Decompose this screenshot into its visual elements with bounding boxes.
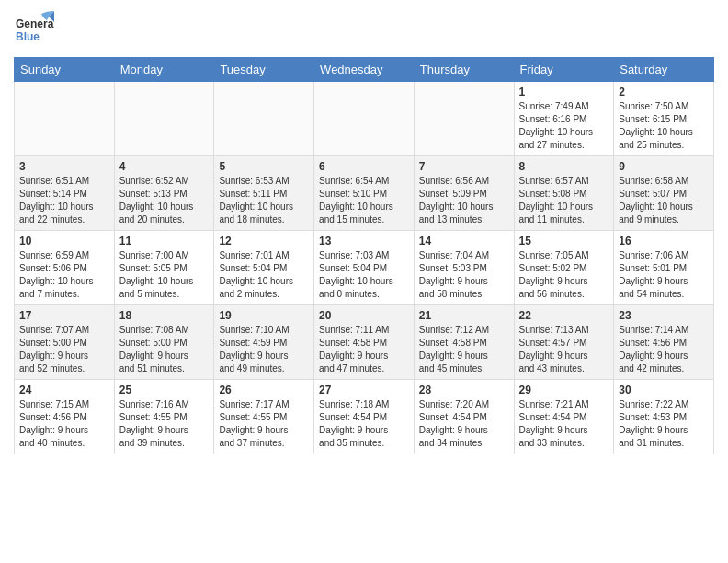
calendar-week-1: 1Sunrise: 7:49 AM Sunset: 6:16 PM Daylig… bbox=[15, 82, 714, 156]
day-number: 17 bbox=[19, 309, 109, 322]
calendar-week-2: 3Sunrise: 6:51 AM Sunset: 5:14 PM Daylig… bbox=[15, 156, 714, 231]
calendar-cell: 6Sunrise: 6:54 AM Sunset: 5:10 PM Daylig… bbox=[314, 156, 415, 231]
day-info: Sunrise: 6:56 AM Sunset: 5:09 PM Dayligh… bbox=[419, 175, 509, 226]
page: General Blue SundayMondayTuesdayWednesda… bbox=[0, 0, 728, 563]
calendar-cell: 23Sunrise: 7:14 AM Sunset: 4:56 PM Dayli… bbox=[614, 305, 714, 380]
day-info: Sunrise: 7:07 AM Sunset: 5:00 PM Dayligh… bbox=[19, 324, 109, 375]
day-info: Sunrise: 6:57 AM Sunset: 5:08 PM Dayligh… bbox=[519, 175, 609, 226]
calendar-cell: 2Sunrise: 7:50 AM Sunset: 6:15 PM Daylig… bbox=[614, 82, 714, 156]
day-number: 21 bbox=[419, 309, 509, 322]
day-number: 18 bbox=[119, 309, 210, 322]
day-number: 24 bbox=[19, 384, 109, 396]
day-info: Sunrise: 6:58 AM Sunset: 5:07 PM Dayligh… bbox=[619, 175, 709, 226]
calendar-cell: 27Sunrise: 7:18 AM Sunset: 4:54 PM Dayli… bbox=[314, 380, 415, 454]
day-info: Sunrise: 6:54 AM Sunset: 5:10 PM Dayligh… bbox=[319, 175, 409, 226]
day-info: Sunrise: 7:00 AM Sunset: 5:05 PM Dayligh… bbox=[119, 249, 210, 301]
day-number: 28 bbox=[419, 384, 509, 396]
calendar-cell: 30Sunrise: 7:22 AM Sunset: 4:53 PM Dayli… bbox=[614, 380, 714, 454]
calendar-cell: 1Sunrise: 7:49 AM Sunset: 6:16 PM Daylig… bbox=[514, 82, 614, 156]
day-info: Sunrise: 6:53 AM Sunset: 5:11 PM Dayligh… bbox=[219, 175, 309, 226]
calendar-header-sunday: Sunday bbox=[15, 58, 115, 82]
day-number: 20 bbox=[319, 309, 409, 322]
day-info: Sunrise: 7:04 AM Sunset: 5:03 PM Dayligh… bbox=[419, 249, 509, 301]
calendar-cell: 21Sunrise: 7:12 AM Sunset: 4:58 PM Dayli… bbox=[414, 305, 514, 380]
day-number: 11 bbox=[119, 235, 210, 247]
calendar-cell: 26Sunrise: 7:17 AM Sunset: 4:55 PM Dayli… bbox=[214, 380, 314, 454]
day-info: Sunrise: 7:05 AM Sunset: 5:02 PM Dayligh… bbox=[519, 249, 609, 301]
day-info: Sunrise: 7:11 AM Sunset: 4:58 PM Dayligh… bbox=[319, 324, 409, 375]
svg-text:Blue: Blue bbox=[16, 30, 40, 43]
logo: General Blue bbox=[14, 9, 54, 50]
calendar-cell: 19Sunrise: 7:10 AM Sunset: 4:59 PM Dayli… bbox=[214, 305, 314, 380]
calendar-cell: 22Sunrise: 7:13 AM Sunset: 4:57 PM Dayli… bbox=[514, 305, 614, 380]
day-number: 26 bbox=[219, 384, 309, 396]
calendar-cell: 9Sunrise: 6:58 AM Sunset: 5:07 PM Daylig… bbox=[614, 156, 714, 231]
calendar-cell: 12Sunrise: 7:01 AM Sunset: 5:04 PM Dayli… bbox=[214, 231, 314, 305]
day-number: 29 bbox=[519, 384, 609, 396]
day-number: 6 bbox=[319, 160, 409, 173]
day-info: Sunrise: 7:22 AM Sunset: 4:53 PM Dayligh… bbox=[619, 398, 709, 450]
calendar-cell bbox=[414, 82, 514, 156]
day-number: 13 bbox=[319, 235, 409, 247]
day-number: 7 bbox=[419, 160, 509, 173]
day-info: Sunrise: 6:52 AM Sunset: 5:13 PM Dayligh… bbox=[119, 175, 210, 226]
calendar-cell: 5Sunrise: 6:53 AM Sunset: 5:11 PM Daylig… bbox=[214, 156, 314, 231]
calendar-cell: 20Sunrise: 7:11 AM Sunset: 4:58 PM Dayli… bbox=[314, 305, 415, 380]
day-number: 2 bbox=[619, 86, 709, 98]
day-number: 8 bbox=[519, 160, 609, 173]
svg-text:General: General bbox=[16, 17, 54, 30]
calendar-cell: 25Sunrise: 7:16 AM Sunset: 4:55 PM Dayli… bbox=[114, 380, 214, 454]
day-info: Sunrise: 7:06 AM Sunset: 5:01 PM Dayligh… bbox=[619, 249, 709, 301]
calendar-cell: 16Sunrise: 7:06 AM Sunset: 5:01 PM Dayli… bbox=[614, 231, 714, 305]
day-info: Sunrise: 6:51 AM Sunset: 5:14 PM Dayligh… bbox=[19, 175, 109, 226]
logo-icon: General Blue bbox=[14, 9, 54, 50]
day-info: Sunrise: 7:50 AM Sunset: 6:15 PM Dayligh… bbox=[619, 100, 709, 152]
day-info: Sunrise: 7:49 AM Sunset: 6:16 PM Dayligh… bbox=[519, 100, 609, 152]
calendar-header-row: SundayMondayTuesdayWednesdayThursdayFrid… bbox=[15, 58, 714, 82]
calendar-week-3: 10Sunrise: 6:59 AM Sunset: 5:06 PM Dayli… bbox=[15, 231, 714, 305]
calendar-header-thursday: Thursday bbox=[414, 58, 514, 82]
day-number: 15 bbox=[519, 235, 609, 247]
day-number: 4 bbox=[119, 160, 210, 173]
calendar-cell: 28Sunrise: 7:20 AM Sunset: 4:54 PM Dayli… bbox=[414, 380, 514, 454]
calendar-cell bbox=[114, 82, 214, 156]
day-number: 27 bbox=[319, 384, 409, 396]
day-info: Sunrise: 7:17 AM Sunset: 4:55 PM Dayligh… bbox=[219, 398, 309, 450]
day-number: 16 bbox=[619, 235, 709, 247]
calendar-cell: 11Sunrise: 7:00 AM Sunset: 5:05 PM Dayli… bbox=[114, 231, 214, 305]
calendar-cell: 10Sunrise: 6:59 AM Sunset: 5:06 PM Dayli… bbox=[15, 231, 115, 305]
day-info: Sunrise: 7:08 AM Sunset: 5:00 PM Dayligh… bbox=[119, 324, 210, 375]
day-info: Sunrise: 7:10 AM Sunset: 4:59 PM Dayligh… bbox=[219, 324, 309, 375]
day-info: Sunrise: 7:16 AM Sunset: 4:55 PM Dayligh… bbox=[119, 398, 210, 450]
calendar-cell bbox=[15, 82, 115, 156]
day-number: 1 bbox=[519, 86, 609, 98]
header: General Blue bbox=[14, 9, 714, 50]
day-info: Sunrise: 6:59 AM Sunset: 5:06 PM Dayligh… bbox=[19, 249, 109, 301]
day-info: Sunrise: 7:14 AM Sunset: 4:56 PM Dayligh… bbox=[619, 324, 709, 375]
day-number: 19 bbox=[219, 309, 309, 322]
calendar-week-4: 17Sunrise: 7:07 AM Sunset: 5:00 PM Dayli… bbox=[15, 305, 714, 380]
calendar-header-wednesday: Wednesday bbox=[314, 58, 415, 82]
day-info: Sunrise: 7:18 AM Sunset: 4:54 PM Dayligh… bbox=[319, 398, 409, 450]
calendar: SundayMondayTuesdayWednesdayThursdayFrid… bbox=[14, 57, 714, 454]
calendar-header-tuesday: Tuesday bbox=[214, 58, 314, 82]
calendar-cell: 7Sunrise: 6:56 AM Sunset: 5:09 PM Daylig… bbox=[414, 156, 514, 231]
calendar-cell: 18Sunrise: 7:08 AM Sunset: 5:00 PM Dayli… bbox=[114, 305, 214, 380]
calendar-header-monday: Monday bbox=[114, 58, 214, 82]
calendar-cell: 13Sunrise: 7:03 AM Sunset: 5:04 PM Dayli… bbox=[314, 231, 415, 305]
day-number: 9 bbox=[619, 160, 709, 173]
calendar-cell: 8Sunrise: 6:57 AM Sunset: 5:08 PM Daylig… bbox=[514, 156, 614, 231]
calendar-cell: 29Sunrise: 7:21 AM Sunset: 4:54 PM Dayli… bbox=[514, 380, 614, 454]
day-number: 25 bbox=[119, 384, 210, 396]
day-number: 10 bbox=[19, 235, 109, 247]
day-number: 5 bbox=[219, 160, 309, 173]
day-number: 12 bbox=[219, 235, 309, 247]
calendar-cell: 3Sunrise: 6:51 AM Sunset: 5:14 PM Daylig… bbox=[15, 156, 115, 231]
day-info: Sunrise: 7:01 AM Sunset: 5:04 PM Dayligh… bbox=[219, 249, 309, 301]
calendar-header-friday: Friday bbox=[514, 58, 614, 82]
day-info: Sunrise: 7:20 AM Sunset: 4:54 PM Dayligh… bbox=[419, 398, 509, 450]
day-number: 14 bbox=[419, 235, 509, 247]
day-number: 3 bbox=[19, 160, 109, 173]
calendar-week-5: 24Sunrise: 7:15 AM Sunset: 4:56 PM Dayli… bbox=[15, 380, 714, 454]
day-number: 23 bbox=[619, 309, 709, 322]
